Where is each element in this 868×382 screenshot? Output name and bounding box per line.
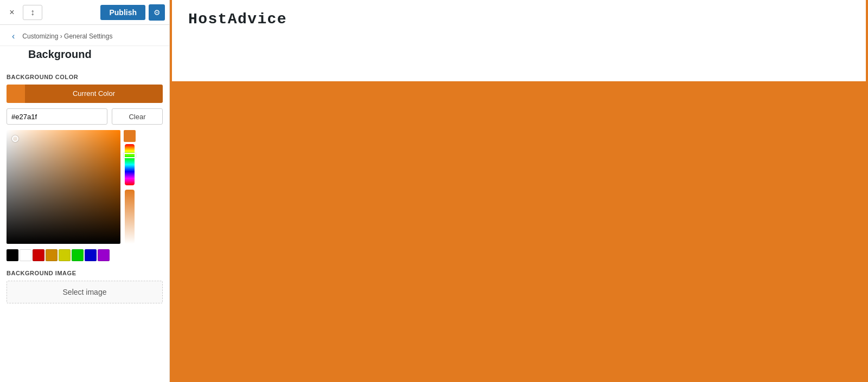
breadcrumb-area: ‹ Customizing › General Settings — [0, 25, 169, 46]
current-color-text: Current Color — [25, 85, 163, 103]
current-color-button[interactable]: Current Color — [7, 85, 163, 103]
breadcrumb: Customizing › General Settings — [22, 33, 112, 40]
top-bar: × ↕ Publish ⚙ — [0, 0, 169, 25]
color-swatch[interactable] — [98, 249, 110, 261]
hex-input[interactable] — [7, 108, 107, 125]
back-button[interactable]: ‹ — [9, 30, 18, 42]
settings-gear-button[interactable]: ⚙ — [149, 4, 165, 21]
sort-arrows-button[interactable]: ↕ — [23, 5, 42, 20]
color-picker — [7, 130, 163, 244]
swatches-row — [7, 249, 163, 261]
preview-header: HostAdvice — [172, 0, 866, 81]
clear-button[interactable]: Clear — [112, 108, 163, 125]
color-canvas[interactable] — [7, 130, 120, 244]
page-title: Background — [0, 46, 169, 66]
sidebar: × ↕ Publish ⚙ ‹ Customizing › General Se… — [0, 0, 170, 382]
color-swatch-preview — [7, 85, 25, 103]
color-swatch[interactable] — [72, 249, 84, 261]
close-button[interactable]: × — [4, 5, 20, 20]
breadcrumb-customizing: Customizing — [22, 33, 58, 40]
color-swatch[interactable] — [59, 249, 71, 261]
hue-slider[interactable] — [125, 144, 135, 185]
opacity-slider[interactable] — [125, 190, 135, 244]
site-title: HostAdvice — [188, 11, 287, 28]
color-swatch[interactable] — [7, 249, 18, 261]
hue-slider-wrap — [124, 130, 136, 244]
background-color-label: BACKGROUND COLOR — [7, 74, 163, 80]
breadcrumb-separator: › — [60, 33, 64, 40]
color-swatch[interactable] — [20, 249, 31, 261]
hue-slider-thumb — [124, 153, 136, 158]
publish-button[interactable]: Publish — [100, 5, 145, 20]
hue-color-preview — [124, 130, 136, 142]
main-preview: HostAdvice — [170, 0, 868, 382]
select-image-button[interactable]: Select image — [7, 281, 163, 303]
color-swatch[interactable] — [85, 249, 97, 261]
sidebar-content: BACKGROUND COLOR Current Color Clear — [0, 66, 169, 382]
breadcrumb-general-settings: General Settings — [64, 33, 112, 40]
color-swatch[interactable] — [46, 249, 58, 261]
background-image-label: BACKGROUND IMAGE — [7, 270, 163, 276]
color-swatch[interactable] — [33, 249, 44, 261]
hex-row: Clear — [7, 108, 163, 125]
